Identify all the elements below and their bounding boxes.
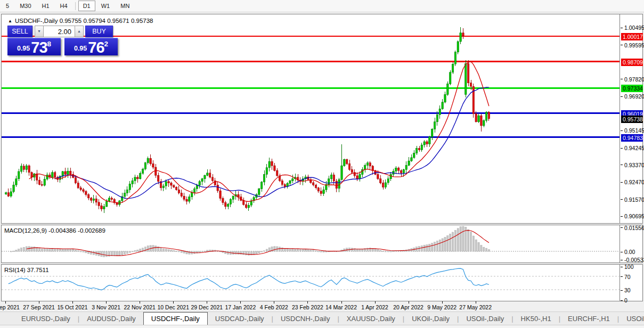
rsi-line — [9, 268, 489, 290]
price-tick-label: 0.91570 — [624, 196, 644, 203]
rsi-tick-mark — [621, 267, 623, 267]
rsi-plot-area[interactable] — [2, 265, 620, 301]
sell-price-major: 0.95 — [17, 45, 30, 52]
macd-tick-label: 0.00 — [624, 249, 635, 255]
price-level-badge: 0.97334 — [621, 85, 643, 92]
chart-ohlc-values: 0.95755 0.95794 0.95671 0.95738 — [60, 18, 153, 24]
tab-usoil-h4[interactable]: USOil-,H4 — [619, 312, 644, 325]
price-tick-label: 0.99595 — [624, 42, 644, 48]
sell-button[interactable]: SELL — [7, 26, 32, 37]
rsi-tick-label: 30 — [624, 287, 631, 293]
tab-usoil-daily[interactable]: USOil-,Daily — [459, 312, 511, 325]
price-tick-label: 0.93370 — [624, 162, 644, 168]
rsi-chart-canvas[interactable] — [2, 265, 620, 301]
macd-label: MACD(12,26,9) -0.004386 -0.002689 — [4, 227, 105, 234]
price-tick-label: 0.96920 — [624, 93, 644, 100]
date-tick-mark — [476, 301, 476, 304]
timeframe-button-5[interactable]: 5 — [1, 1, 14, 11]
timeframe-button-h4[interactable]: H4 — [55, 1, 72, 11]
price-tick-label: 0.95145 — [624, 127, 644, 134]
date-tick-mark — [442, 301, 443, 304]
rsi-label: RSI(14) 37.7511 — [4, 267, 49, 273]
timeframe-button-w1[interactable]: W1 — [96, 1, 115, 11]
toolbar-separator — [75, 2, 76, 10]
price-tick-label: 1.00495 — [624, 24, 644, 31]
price-level-badge: 0.98709 — [621, 59, 643, 66]
timeframe-toolbar: 5M30H1H4D1W1MN — [0, 0, 644, 12]
timeframe-button-mn[interactable]: MN — [116, 1, 134, 11]
date-tick-mark — [39, 301, 39, 304]
macd-indicator-panel: MACD(12,26,9) -0.004386 -0.002689 0.0155… — [1, 225, 643, 263]
tab-usdcad-daily[interactable]: USDCAD-,Daily — [208, 312, 272, 325]
rsi-tick-label: 70 — [624, 274, 631, 280]
date-tick-mark — [409, 301, 409, 304]
date-tick-mark — [173, 301, 174, 304]
date-tick-mark — [274, 301, 274, 304]
rsi-indicator-panel: RSI(14) 37.7511 10070300 — [1, 264, 643, 301]
tab-audusd-daily[interactable]: AUDUSD-,Daily — [79, 312, 143, 325]
price-tick-mark — [621, 130, 623, 131]
price-level-badge: 1.00017 — [621, 33, 643, 40]
sell-price-pips: 73 — [31, 40, 47, 54]
volume-input[interactable] — [44, 26, 75, 37]
timeframe-button-h1[interactable]: H1 — [37, 1, 54, 11]
rsi-tick-mark — [621, 300, 623, 301]
sell-price-point: 8 — [47, 40, 52, 48]
date-tick-mark — [140, 301, 140, 304]
tab-eurusd-daily[interactable]: EURUSD-,Daily — [14, 312, 78, 325]
tab-eurchf-h1[interactable]: EURCHF-,H1 — [560, 312, 617, 325]
date-tick-mark — [307, 301, 308, 304]
sell-price-display[interactable]: 0.95738 — [7, 38, 61, 55]
timeframe-button-d1[interactable]: D1 — [78, 1, 95, 11]
date-tick-mark — [375, 301, 376, 304]
main-chart-panel: ▲USDCHF-,Daily 0.95755 0.95794 0.95671 0… — [1, 14, 643, 224]
price-tick-label: 0.90695 — [624, 213, 644, 219]
trading-platform-window: { "toolbar": { "timeframes": ["5", "M30"… — [0, 0, 644, 328]
date-tick-mark — [207, 301, 207, 304]
macd-axis: 0.0155620.00-0.005335 — [621, 225, 642, 263]
buy-price-pips: 76 — [88, 40, 104, 54]
collapse-triangle-icon[interactable]: ▲ — [8, 19, 12, 23]
date-tick-mark — [240, 301, 241, 304]
macd-tick-mark — [621, 252, 623, 252]
price-tick-mark — [621, 148, 623, 149]
status-strip — [0, 325, 644, 328]
macd-tick-mark — [621, 227, 623, 228]
tab-usdchf-daily[interactable]: USDCHF-,Daily — [143, 312, 208, 325]
price-tick-mark — [621, 28, 623, 28]
price-level-badge: 0.94783 — [621, 134, 643, 142]
price-tick-mark — [621, 199, 623, 200]
buy-button[interactable]: BUY — [85, 26, 113, 37]
price-tick-label: 0.94245 — [624, 145, 644, 151]
price-tick-mark — [621, 216, 623, 217]
price-tick-mark — [621, 79, 623, 79]
buy-price-display[interactable]: 0.95762 — [64, 38, 118, 55]
tab-ukoil-daily[interactable]: UKOil-,Daily — [404, 312, 457, 325]
volume-increase-button[interactable]: ▲ — [75, 26, 84, 37]
price-tick-label: 0.92470 — [624, 179, 644, 185]
price-tick-label: 0.97820 — [624, 76, 644, 83]
rsi-tick-label: 100 — [624, 264, 634, 270]
buy-price-point: 2 — [104, 40, 109, 48]
chart-symbol-label: USDCHF-,Daily — [15, 18, 58, 24]
date-label: 27 May 2022 — [452, 304, 500, 310]
ma-fast-line — [29, 62, 489, 203]
price-axis[interactable]: 1.004950.995950.978200.969200.951450.942… — [621, 14, 642, 223]
date-axis[interactable]: 8 Sep 202127 Sep 202115 Oct 20213 Nov 20… — [1, 301, 643, 311]
macd-tick-label: 0.015562 — [624, 225, 644, 231]
price-tick-mark — [621, 165, 623, 165]
timeframe-button-m30[interactable]: M30 — [15, 1, 36, 11]
date-tick-mark — [5, 301, 6, 304]
tab-xauusd-daily[interactable]: XAUUSD-,Daily — [339, 312, 403, 325]
tab-hk50-h1[interactable]: HK50-,H1 — [513, 312, 559, 325]
macd-tick-mark — [621, 260, 623, 260]
buy-price-major: 0.95 — [74, 45, 87, 52]
date-tick-mark — [341, 301, 342, 304]
price-tick-mark — [621, 96, 623, 97]
price-tick-mark — [621, 45, 623, 45]
macd-tick-label: -0.005335 — [624, 257, 644, 263]
date-tick-mark — [72, 301, 73, 304]
volume-decrease-button[interactable]: ▼ — [35, 26, 44, 37]
tab-usdcnh-daily[interactable]: USDCNH-,Daily — [273, 312, 337, 325]
date-tick-mark — [106, 301, 107, 304]
